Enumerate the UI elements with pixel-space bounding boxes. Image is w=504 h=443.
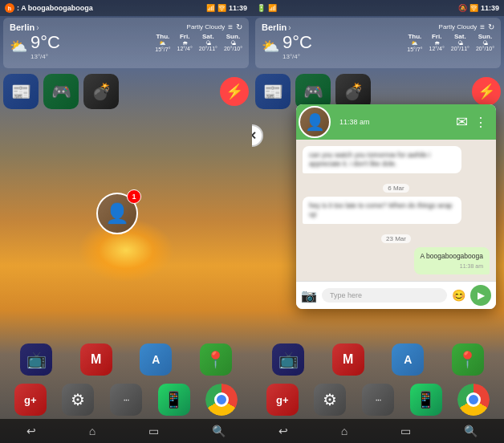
right-phone: 🔋 📶 🔕 🛜 11:39 Berlin › ⛅ 9°C 13°/4° xyxy=(252,0,504,443)
input-placeholder: Type here xyxy=(330,291,362,299)
forecast-fri-r: Fri.🌧12°/4° xyxy=(429,33,445,52)
app-tv-right[interactable]: 📺 xyxy=(272,343,304,376)
weather-condition-right: Partly Cloudy xyxy=(439,23,478,30)
status-icons-left: 🔋 📶 xyxy=(257,4,277,12)
menu-icon-right[interactable]: ≡ xyxy=(480,22,485,31)
temp-range: 13°/4° xyxy=(30,53,60,60)
chat-input-bar: 📷 Type here 😊 ▶ xyxy=(296,281,496,309)
app-translate-right[interactable]: A xyxy=(392,343,424,376)
app-chrome[interactable] xyxy=(205,384,238,416)
battery-icon: 🔋 xyxy=(257,4,266,12)
chat-popup: 11:38 am ✉ ⋮ can you watch you tomorrow … xyxy=(296,104,496,309)
app-chrome-right[interactable] xyxy=(457,384,490,416)
forecast-fri: Fri. 🌧 12°/4° xyxy=(177,33,193,52)
weather-left: Berlin › ⛅ 9°C 13°/4° xyxy=(10,22,60,60)
msg-text-2: hey is it too late to come? When do thin… xyxy=(309,201,455,219)
app-game[interactable]: 🎮 xyxy=(43,74,79,109)
app-icons-row: 📰 🎮 💣 ⚡ xyxy=(3,74,249,109)
wifi-icon-r: 🛜 xyxy=(469,4,478,12)
chat-contact-avatar: 👤 xyxy=(299,106,331,138)
app-fire[interactable]: 💣 xyxy=(83,74,119,109)
navigation-bar-right: ↩ ⌂ ▭ 🔍 xyxy=(252,419,504,443)
app-maps[interactable]: 📍 xyxy=(200,343,232,376)
weather-header: Berlin › ⛅ 9°C 13°/4° Partly Cloudy ≡ ↻ xyxy=(10,22,242,60)
lightning-button[interactable]: ⚡ xyxy=(220,77,249,106)
envelope-icon[interactable]: ✉ xyxy=(456,113,468,131)
weather-right-side: Partly Cloudy ≡ ↻ Thu.⛅15°/7° Fri.🌧12°/4… xyxy=(407,22,494,52)
app-dock: 📺 M A 📍 g+ ⚙ ··· 📱 xyxy=(0,340,252,419)
forecast-right: Thu.⛅15°/7° Fri.🌧12°/4° Sat.🌤20°/11° Sun… xyxy=(407,33,494,52)
city-name: Berlin xyxy=(10,22,35,32)
more-options-icon[interactable]: ⋮ xyxy=(474,115,488,130)
weather-right: Partly Cloudy ≡ ↻ Thu. ⛅ 15°/7° Fri. 🌧 1… xyxy=(155,22,242,52)
app-maps-right[interactable]: 📍 xyxy=(452,343,484,376)
refresh-icon-right[interactable]: ↻ xyxy=(488,22,494,31)
city-chevron-right: › xyxy=(288,23,291,32)
mute-icon: 🔕 xyxy=(458,4,467,12)
signal-icon-r: 📶 xyxy=(268,4,277,12)
back-button[interactable]: ↩ xyxy=(26,425,36,437)
back-button-right[interactable]: ↩ xyxy=(278,425,288,437)
chat-body: can you watch you tomorrow for awhile i … xyxy=(296,140,496,281)
city-name-right: Berlin xyxy=(262,22,287,32)
notification-title: : A boogaboogabooga xyxy=(17,4,93,12)
floating-contact[interactable]: 👤 1 xyxy=(96,193,138,234)
forecast-sun: Sun. 🌤 20°/10° xyxy=(224,33,242,52)
app-settings-right[interactable]: ⚙ xyxy=(314,384,346,416)
home-button[interactable]: ⌂ xyxy=(89,425,96,437)
clock: 11:39 xyxy=(229,4,247,12)
menu-icon[interactable]: ≡ xyxy=(228,22,233,31)
app-news[interactable]: 📰 xyxy=(3,74,39,109)
date-6mar: 6 Mar xyxy=(383,184,408,193)
app-gmail-right[interactable]: M xyxy=(332,343,364,376)
chat-message-2: hey is it too late to come? When do thin… xyxy=(303,197,461,224)
weather-widget: Berlin › ⛅ 9°C 13°/4° Partly Cloudy ≡ ↻ xyxy=(3,18,249,68)
app-drawer[interactable]: ··· xyxy=(110,384,142,416)
emoji-icon[interactable]: 😊 xyxy=(452,289,465,302)
cloud-icon-right: ⛅ xyxy=(262,38,279,55)
date-separator-1: 6 Mar xyxy=(303,179,490,194)
search-button[interactable]: 🔍 xyxy=(212,425,226,437)
search-button-right[interactable]: 🔍 xyxy=(464,425,478,437)
status-bar-right: 📶 🛜 11:39 xyxy=(206,4,247,12)
forecast-thu-r: Thu.⛅15°/7° xyxy=(407,33,422,52)
app-whatsapp-right[interactable]: 📱 xyxy=(410,384,442,416)
status-bar: h : A boogaboogabooga 📶 🛜 11:39 xyxy=(0,0,252,16)
lightning-button-right[interactable]: ⚡ xyxy=(472,77,501,106)
date-separator-2: 23 Mar xyxy=(303,230,490,245)
weather-header-right: Berlin › ⛅ 9°C 13°/4° Partly Cloudy ≡ ↻ xyxy=(262,22,494,60)
app-translate[interactable]: A xyxy=(140,343,172,376)
app-news-right[interactable]: 📰 xyxy=(255,74,291,109)
camera-icon[interactable]: 📷 xyxy=(301,288,317,303)
dock-row-2-right: g+ ⚙ ··· 📱 xyxy=(252,380,504,419)
recents-button[interactable]: ▭ xyxy=(148,425,159,437)
app-drawer-right[interactable]: ··· xyxy=(362,384,394,416)
app-gmail[interactable]: M xyxy=(80,343,112,376)
temperature-right: 9°C xyxy=(282,32,312,52)
msg-text-1: can you watch you tomorrow for awhile i … xyxy=(309,151,455,169)
chat-message-1: can you watch you tomorrow for awhile i … xyxy=(303,146,461,173)
send-button[interactable]: ▶ xyxy=(470,285,491,306)
dock-row-2: g+ ⚙ ··· 📱 xyxy=(0,380,252,419)
forecast-thu: Thu. ⛅ 15°/7° xyxy=(155,33,170,52)
app-whatsapp[interactable]: 📱 xyxy=(158,384,190,416)
navigation-bar: ↩ ⌂ ▭ 🔍 xyxy=(0,419,252,443)
weather-forecast: Thu. ⛅ 15°/7° Fri. 🌧 12°/4° Sat. 🌤 20°/1… xyxy=(155,33,242,52)
app-tv[interactable]: 📺 xyxy=(20,343,52,376)
status-icons-right: 🔕 🛜 11:39 xyxy=(458,4,499,12)
wifi-icon: 🛜 xyxy=(217,4,226,12)
message-input[interactable]: Type here xyxy=(322,288,447,303)
chat-messages: can you watch you tomorrow for awhile i … xyxy=(303,146,490,278)
recents-button-right[interactable]: ▭ xyxy=(400,425,411,437)
forecast-sun-r: Sun.🌤20°/10° xyxy=(476,33,494,52)
weather-condition: Partly Cloudy xyxy=(187,23,226,30)
app-gplus[interactable]: g+ xyxy=(14,384,47,416)
refresh-icon[interactable]: ↻ xyxy=(236,22,242,31)
home-button-right[interactable]: ⌂ xyxy=(341,425,348,437)
app-gplus-right[interactable]: g+ xyxy=(266,384,299,416)
app-settings[interactable]: ⚙ xyxy=(62,384,94,416)
temp-range-right: 13°/4° xyxy=(282,53,312,60)
forecast-sat: Sat. 🌤 20°/11° xyxy=(199,33,217,52)
clock-right: 11:39 xyxy=(481,4,499,12)
signal-icon: 📶 xyxy=(206,4,215,12)
